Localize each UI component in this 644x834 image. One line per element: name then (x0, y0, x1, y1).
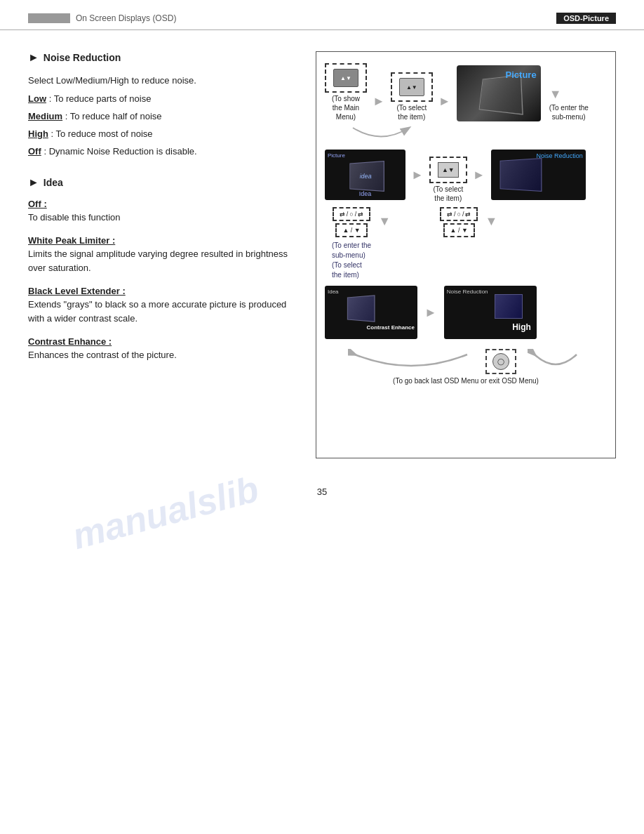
low-separator: : (49, 93, 54, 104)
black-level-item: Black Level Extender : Extends "grays" t… (28, 286, 302, 325)
main-menu-icon-box: ▲▼ (325, 63, 367, 93)
contrast-enhance-item: Contrast Enhance : Enhances the contrast… (28, 336, 302, 362)
header-title: On Screen Displays (OSD) (76, 13, 176, 23)
picture-cube-display: Picture (457, 65, 541, 121)
off-label: Off (28, 146, 41, 157)
select-item-box: ▲▼ (391, 72, 433, 102)
arrow7-icon: ▼ (485, 214, 497, 229)
idea-cube-icon: idea (349, 161, 384, 192)
enter-submenu-annot: (To enter thesub-menu) (549, 103, 589, 121)
low-desc: To reduce parts of noise (54, 93, 152, 104)
high-value-screen: Noise Reduction High (444, 286, 537, 339)
idea-title: Idea (43, 177, 63, 188)
arrow2-icon: ► (438, 94, 451, 109)
off-desc: Dynamic Noise Reduction is disable. (49, 146, 197, 157)
idea-menu-screen: Picture idea Idea (325, 150, 405, 200)
noise-item-high: High : To reduce most of noise (28, 128, 302, 139)
high-value-label: High (512, 322, 531, 332)
section-arrow-icon: ► (28, 51, 39, 64)
idea-off-item: Off : To disable this function (28, 199, 302, 225)
noise-item-medium: Medium : To reduce half of noise (28, 111, 302, 121)
cube-3d-icon (478, 75, 523, 115)
enter-submenu-nav-box2: ⇄ / ○ / ⇄ (440, 207, 478, 221)
idea-cube-small-icon (347, 295, 375, 322)
medium-label: Medium (28, 111, 62, 121)
noise-reduction-title: Noise Reduction (43, 52, 121, 63)
idea-off-label: Off : (28, 199, 47, 209)
back-annotation: (To go back last OSD Menu or exit OSD Me… (325, 377, 607, 385)
select-nav-box: ▲ / ▼ (335, 223, 367, 237)
noise-cube-icon (499, 158, 542, 192)
black-level-desc: Extends "grays" to black so a more accur… (28, 298, 302, 325)
arrow1-icon: ► (373, 94, 385, 109)
arrow8-icon: ► (424, 305, 437, 320)
high-separator: : (51, 128, 56, 139)
diagram-panel: ▲▼ (To showthe MainMenu) ► ▲▼ (To select… (316, 51, 616, 458)
noise-reduction-screen-label: Noise Reduction (537, 152, 583, 159)
page-number: 35 (0, 486, 644, 511)
main-content: ► Noise Reduction Select Low/Medium/High… (0, 30, 644, 472)
back-arrow-row: ◯ (325, 349, 607, 374)
low-label: Low (28, 93, 46, 104)
enter-submenu-nav-box: ⇄ / ○ / ⇄ (333, 207, 370, 221)
noise-item-low: Low : To reduce parts of noise (28, 93, 302, 104)
contrast-enhance-desc: Enhances the contrast of the picture. (28, 348, 302, 362)
medium-separator: : (65, 111, 70, 121)
select-item-box2: ▲▼ (429, 157, 467, 183)
arrow5-icon: ► (473, 168, 485, 183)
watermark: manualslib (68, 468, 263, 557)
white-peak-item: White Peak Limiter : Limits the signal a… (28, 235, 302, 274)
arrow4-icon: ► (411, 168, 424, 183)
page-header: On Screen Displays (OSD) OSD-Picture (0, 0, 644, 30)
enter-submenu2-annot: (To enter thesub-menu) (332, 241, 371, 260)
select-item-annot: (To selectthe item) (396, 103, 427, 121)
arrow6-icon: ▼ (378, 214, 391, 229)
select-item3-annot: (To selectthe item) (332, 260, 371, 280)
back-curve-arrow (348, 349, 474, 374)
idea-off-desc: To disable this function (28, 211, 302, 225)
back-button-box: ◯ (485, 349, 516, 374)
idea-arrow-icon: ► (28, 176, 39, 189)
header-left: On Screen Displays (OSD) (28, 13, 176, 23)
noise-cube-small-icon (495, 294, 523, 319)
contrast-enhance-label: Contrast Enhance : (28, 336, 112, 347)
show-main-menu-annot: (To showthe MainMenu) (332, 94, 360, 121)
idea-screen-small-label: Idea (328, 289, 339, 295)
contrast-enhance-screen-text: Contrast Enhance (367, 324, 415, 331)
header-right-label: OSD-Picture (556, 13, 616, 24)
arrow3-icon: ▼ (549, 87, 562, 102)
white-peak-label: White Peak Limiter : (28, 235, 115, 246)
high-label: High (28, 128, 48, 139)
idea-screen-label: Idea (359, 190, 372, 197)
noise-reduction-intro: Select Low/Medium/High to reduce noise. (28, 74, 302, 88)
back-icon: ◯ (497, 358, 504, 365)
high-desc: To reduce most of noise (56, 128, 153, 139)
contrast-enhance-screen: Idea Contrast Enhance (325, 286, 417, 339)
black-level-label: Black Level Extender : (28, 286, 126, 296)
back-curve-arrow2 (528, 349, 584, 374)
medium-desc: To reduce half of noise (70, 111, 162, 121)
idea-heading: ► Idea (28, 176, 302, 189)
white-peak-desc: Limits the signal amplitude varying degr… (28, 247, 302, 274)
picture-cube-label: Picture (506, 70, 537, 80)
noise-reduction-small-label: Noise Reduction (447, 289, 488, 295)
select-item2-annot: (To selectthe item) (433, 185, 463, 203)
off-separator: : (43, 146, 48, 157)
back-circle-icon: ◯ (492, 353, 509, 370)
noise-reduction-screen: Noise Reduction (491, 150, 586, 200)
noise-item-off: Off : Dynamic Noise Reduction is disable… (28, 146, 302, 157)
noise-reduction-heading: ► Noise Reduction (28, 51, 302, 64)
header-gray-box (28, 13, 70, 23)
left-column: ► Noise Reduction Select Low/Medium/High… (28, 51, 302, 458)
select-nav-box2: ▲ / ▼ (443, 223, 475, 237)
curve-arrow1 (346, 124, 416, 145)
